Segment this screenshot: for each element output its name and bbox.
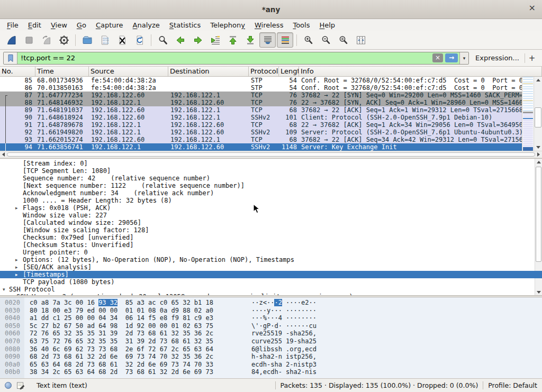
hex-row[interactable]: 0020c0 a8 7a 3c 00 16 93 32 85 a3 ac c0 …: [0, 299, 542, 307]
filter-history-dropdown[interactable]: ▾: [459, 52, 468, 64]
column-header-destination[interactable]: Destination: [168, 67, 249, 76]
detail-row[interactable]: Acknowledgment number: 34 (relative ack …: [0, 189, 542, 197]
menu-tools[interactable]: Tools: [288, 20, 314, 30]
detail-row[interactable]: ▸SSH Version 2 (encryption:chacha20-poly…: [0, 293, 542, 296]
expand-arrow-icon[interactable]: ▸: [15, 271, 18, 278]
column-header-time[interactable]: Time: [35, 67, 89, 76]
detail-row[interactable]: Sequence number: 42 (relative sequence n…: [0, 175, 542, 182]
collapse-arrow-icon[interactable]: ▾: [3, 286, 5, 293]
capture-comment-icon[interactable]: [16, 381, 25, 390]
expand-arrow-icon[interactable]: ▸: [15, 256, 18, 263]
column-header-info[interactable]: Info: [299, 67, 542, 76]
detail-row[interactable]: [TCP Segment Len: 1080]: [0, 167, 542, 175]
expand-arrow-icon[interactable]: ▸: [10, 293, 13, 296]
hex-row[interactable]: 003080 18 00 e3 79 ed 00 00 01 01 08 0a …: [0, 307, 542, 315]
scrollbar-thumb[interactable]: [7, 152, 535, 157]
menu-analyze[interactable]: Analyze: [128, 20, 165, 30]
detail-row[interactable]: ▸Flags: 0x018 (PSH, ACK): [0, 204, 542, 212]
hex-row[interactable]: 0040a1 dd c1 25 00 00 04 34 06 14 f5 e8 …: [0, 314, 542, 322]
open-file-button[interactable]: [79, 32, 95, 48]
detail-row[interactable]: Checksum: 0x79ed [unverified]: [0, 234, 542, 241]
detail-row[interactable]: ▸[SEQ/ACK analysis]: [0, 263, 542, 271]
hex-row[interactable]: 00505c 27 b2 67 50 ad 64 98 1d 92 00 00 …: [0, 322, 542, 330]
packet-row[interactable]: 8670.013850163fe:54:00:d4:38:2aSTP54Conf…: [0, 84, 522, 92]
auto-scroll-button[interactable]: [259, 32, 276, 48]
resize-columns-button[interactable]: [353, 32, 369, 48]
go-back-button[interactable]: [172, 32, 188, 48]
zoom-out-button[interactable]: [318, 32, 334, 48]
packet-row[interactable]: 8771.647777234192.168.122.60192.168.122.…: [0, 92, 522, 99]
column-header-no[interactable]: No.: [0, 67, 35, 76]
menu-capture[interactable]: Capture: [91, 20, 128, 30]
menu-go[interactable]: Go: [72, 20, 91, 30]
detail-row[interactable]: Urgent pointer: 0: [0, 249, 542, 256]
go-to-packet-button[interactable]: [207, 32, 223, 48]
scroll-left-icon[interactable]: [2, 152, 5, 157]
packet-row[interactable]: 8871.648146932192.168.122.1192.168.122.6…: [0, 99, 522, 106]
detail-row[interactable]: [Calculated window size: 29056]: [0, 219, 542, 226]
close-icon[interactable]: ×: [529, 4, 536, 12]
packet-row[interactable]: 9171.648789678192.168.122.1192.168.122.6…: [0, 121, 522, 129]
reload-file-button[interactable]: [131, 32, 148, 48]
scroll-right-icon[interactable]: [537, 152, 540, 157]
detail-row[interactable]: [Stream index: 0]: [0, 160, 542, 167]
detail-row[interactable]: [Checksum Status: Unverified]: [0, 241, 542, 249]
menu-statistics[interactable]: Statistics: [165, 20, 205, 30]
packet-row[interactable]: 9071.648618924192.168.122.60192.168.122.…: [0, 114, 522, 121]
packet-row[interactable]: 8971.648191037192.168.122.60192.168.122.…: [0, 106, 522, 114]
packet-list-vscrollbar[interactable]: [534, 77, 542, 151]
detail-row[interactable]: [Window size scaling factor: 128]: [0, 226, 542, 234]
expand-arrow-icon[interactable]: ▸: [15, 263, 18, 271]
packet-list-minimap[interactable]: [522, 77, 534, 151]
find-packet-button[interactable]: [155, 32, 171, 48]
expression-button[interactable]: Expression...: [475, 54, 519, 62]
detail-row[interactable]: ▸Options: (12 bytes), No-Operation (NOP)…: [0, 256, 542, 263]
packet-row[interactable]: 9371.662015274192.168.122.60192.168.122.…: [0, 136, 522, 143]
hex-row[interactable]: 009068 2d 73 68 61 32 2d 6e 69 73 74 70 …: [0, 353, 542, 361]
add-filter-button[interactable]: +: [525, 53, 539, 63]
packet-row[interactable]: 9271.661949820192.168.122.1192.168.122.6…: [0, 129, 522, 136]
go-last-button[interactable]: [242, 32, 258, 48]
capture-options-button[interactable]: [56, 32, 72, 48]
title-bar[interactable]: *any ×: [0, 0, 542, 19]
detail-row[interactable]: [Next sequence number: 1122 (relative se…: [0, 182, 542, 189]
hex-row[interactable]: 008036 40 6c 69 62 73 73 68 2e 6f 72 67 …: [0, 345, 542, 353]
zoom-in-button[interactable]: [300, 32, 317, 48]
column-header-source[interactable]: Source: [89, 67, 168, 76]
column-header-length[interactable]: Length: [279, 67, 299, 76]
menu-edit[interactable]: Edit: [23, 20, 46, 30]
detail-row[interactable]: Window size value: 227: [0, 212, 542, 219]
menu-help[interactable]: Help: [314, 20, 340, 30]
save-file-button[interactable]: 010101100111: [96, 32, 113, 48]
expand-arrow-icon[interactable]: ▸: [15, 204, 18, 212]
detail-row[interactable]: ▾SSH Protocol: [0, 286, 542, 293]
column-header-protocol[interactable]: Protocol: [249, 67, 279, 76]
detail-row[interactable]: TCP payload (1080 bytes): [0, 278, 542, 286]
zoom-reset-button[interactable]: [335, 32, 351, 48]
status-profile[interactable]: Profile: Default: [488, 381, 537, 389]
menu-view[interactable]: View: [46, 20, 72, 30]
display-filter-field[interactable]: !tcp.port == 22 × → ▾: [3, 52, 469, 65]
close-file-button[interactable]: [114, 32, 130, 48]
expert-info-icon[interactable]: [5, 382, 12, 389]
filter-apply-button[interactable]: →: [445, 53, 458, 62]
colorize-button[interactable]: [277, 32, 293, 48]
hex-row[interactable]: 00b038 34 2c 65 63 64 68 2d 73 68 61 32 …: [0, 368, 542, 376]
go-first-button[interactable]: [224, 32, 241, 48]
filter-clear-button[interactable]: ×: [432, 53, 443, 62]
packet-row[interactable]: 8568.001734936fe:54:00:d4:38:2aSTP54Conf…: [0, 77, 522, 84]
detail-row[interactable]: 1000 .... = Header Length: 32 bytes (8): [0, 197, 542, 204]
go-forward-button[interactable]: [189, 32, 206, 48]
display-filter-input[interactable]: !tcp.port == 22: [17, 54, 432, 62]
detail-row[interactable]: ▸[Timestamps]: [0, 271, 542, 278]
hex-row[interactable]: 006072 76 65 32 35 35 31 39 2d 73 68 61 …: [0, 330, 542, 338]
filter-bookmark-button[interactable]: [4, 52, 17, 64]
menu-file[interactable]: File: [2, 20, 23, 30]
packet-list-hscrollbar[interactable]: [0, 151, 542, 157]
hex-row[interactable]: 00a065 63 64 68 2d 73 68 61 32 2d 6e 69 …: [0, 361, 542, 369]
menu-telephony[interactable]: Telephony: [205, 20, 250, 30]
packet-row[interactable]: 9471.663856741192.168.122.1192.168.122.6…: [0, 143, 522, 151]
menu-wireless[interactable]: Wireless: [250, 20, 288, 30]
hex-row[interactable]: 007063 75 72 76 65 32 35 35 31 39 2d 73 …: [0, 338, 542, 345]
scroll-down-icon[interactable]: [534, 144, 542, 151]
